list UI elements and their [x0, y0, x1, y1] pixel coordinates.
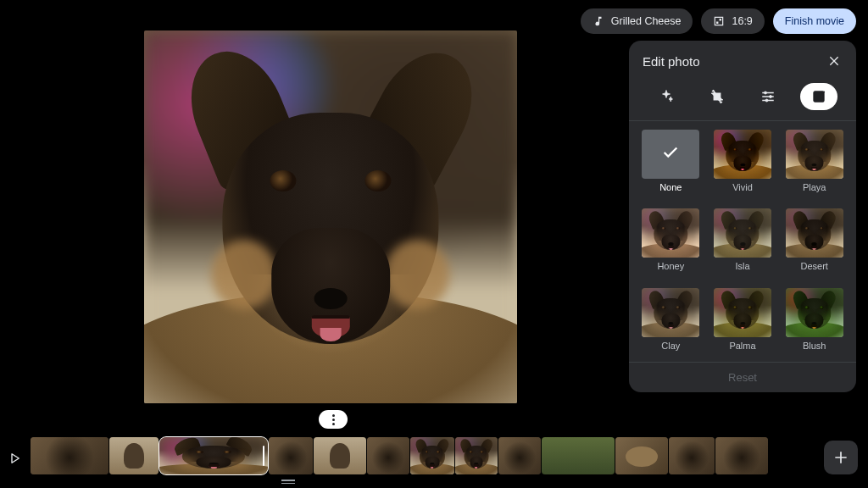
filter-label: Palma	[729, 341, 755, 351]
svg-point-4	[821, 92, 823, 94]
timeline-clip[interactable]	[715, 437, 768, 474]
filter-isla[interactable]: Isla	[713, 208, 773, 282]
svg-point-0	[765, 92, 767, 94]
filter-label: None	[659, 182, 682, 192]
timeline-clip[interactable]	[615, 437, 668, 474]
filter-label: Isla	[735, 261, 749, 271]
tab-suggestions[interactable]	[648, 83, 685, 110]
aspect-label: 16:9	[732, 15, 752, 27]
filter-palma[interactable]: Palma	[713, 288, 773, 362]
filter-label: Desert	[800, 261, 827, 271]
filter-blush[interactable]: Blush	[784, 288, 844, 362]
aspect-ratio-icon	[713, 15, 725, 27]
timeline-clip[interactable]	[542, 437, 615, 474]
svg-point-2	[765, 99, 768, 102]
filter-vivid[interactable]: Vivid	[713, 130, 773, 203]
filter-playa[interactable]: Playa	[784, 130, 844, 203]
filter-label: Vivid	[732, 182, 753, 192]
filter-desert[interactable]: Desert	[784, 208, 844, 282]
clip-more-button[interactable]	[319, 410, 348, 429]
filter-thumbnail	[642, 130, 699, 179]
filter-label: Honey	[657, 261, 684, 271]
clip-thumbnail	[498, 437, 541, 474]
filter-thumbnail	[642, 208, 699, 258]
play-icon	[7, 451, 22, 466]
close-icon	[827, 54, 841, 68]
music-note-icon	[593, 15, 604, 27]
filter-grid[interactable]: NoneVividPlayaHoneyIslaDesertClayPalmaBl…	[629, 121, 856, 362]
filter-none[interactable]: None	[641, 130, 701, 203]
timeline-clip[interactable]	[269, 437, 313, 474]
clip-thumbnail	[269, 437, 313, 474]
tab-filters[interactable]	[800, 83, 837, 110]
add-clip-button[interactable]	[824, 441, 858, 474]
timeline-clip[interactable]	[159, 437, 268, 474]
filter-label: Blush	[803, 341, 826, 351]
timeline-clip[interactable]	[669, 437, 715, 474]
filter-honey[interactable]: Honey	[641, 208, 701, 282]
filters-icon	[811, 89, 826, 104]
clip-thumbnail	[715, 437, 768, 474]
play-button[interactable]	[7, 451, 22, 466]
panel-title: Edit photo	[643, 54, 700, 69]
filter-thumbnail	[714, 208, 771, 258]
svg-point-1	[770, 96, 772, 98]
filter-thumbnail	[786, 130, 843, 179]
clip-thumbnail	[31, 437, 108, 474]
edit-photo-panel: Edit photo NoneVividPlayaHoneyIslaDesert…	[629, 41, 856, 392]
timeline-clip[interactable]	[31, 437, 108, 474]
filter-thumbnail	[714, 130, 771, 179]
timeline-clip[interactable]	[455, 437, 498, 474]
crop-rotate-icon	[709, 89, 725, 104]
reset-button: Reset	[629, 362, 856, 392]
top-actions: Grilled Cheese 16:9 Finish movie	[581, 8, 856, 34]
clip-thumbnail	[455, 437, 498, 474]
filter-thumbnail	[642, 288, 699, 337]
clip-thumbnail	[542, 437, 615, 474]
movie-timeline[interactable]	[31, 435, 821, 476]
filter-clay[interactable]: Clay	[641, 288, 701, 362]
filter-label: Playa	[803, 182, 826, 192]
timeline-clip[interactable]	[367, 437, 409, 474]
clip-thumbnail	[314, 437, 366, 474]
clip-thumbnail	[159, 437, 268, 474]
filter-label: Clay	[661, 341, 680, 351]
timeline-clip[interactable]	[498, 437, 541, 474]
timeline-clip[interactable]	[410, 437, 454, 474]
filter-thumbnail	[714, 288, 771, 337]
checkmark-icon	[661, 143, 680, 165]
edit-tool-tabs	[629, 78, 856, 121]
tab-crop[interactable]	[698, 83, 736, 110]
timeline-clip[interactable]	[314, 437, 366, 474]
sliders-icon	[760, 89, 776, 104]
photo-preview[interactable]	[144, 30, 517, 403]
finish-label: Finish movie	[785, 15, 844, 27]
clip-thumbnail	[109, 437, 159, 474]
sparkle-icon	[659, 89, 674, 104]
more-vert-icon	[332, 414, 335, 425]
music-label: Grilled Cheese	[611, 15, 682, 27]
tab-adjust[interactable]	[749, 83, 787, 110]
close-panel-button[interactable]	[826, 53, 843, 69]
clip-thumbnail	[410, 437, 454, 474]
clip-thumbnail	[615, 437, 668, 474]
clip-thumbnail	[669, 437, 715, 474]
music-chip[interactable]: Grilled Cheese	[581, 8, 693, 34]
filter-thumbnail	[786, 288, 843, 337]
finish-movie-button[interactable]: Finish movie	[773, 8, 856, 34]
clip-thumbnail	[367, 437, 409, 474]
aspect-chip[interactable]: 16:9	[701, 8, 764, 34]
filter-thumbnail	[786, 208, 843, 258]
timeline-clip[interactable]	[109, 437, 159, 474]
clip-drag-handle[interactable]	[280, 480, 297, 485]
plus-icon	[832, 449, 849, 466]
